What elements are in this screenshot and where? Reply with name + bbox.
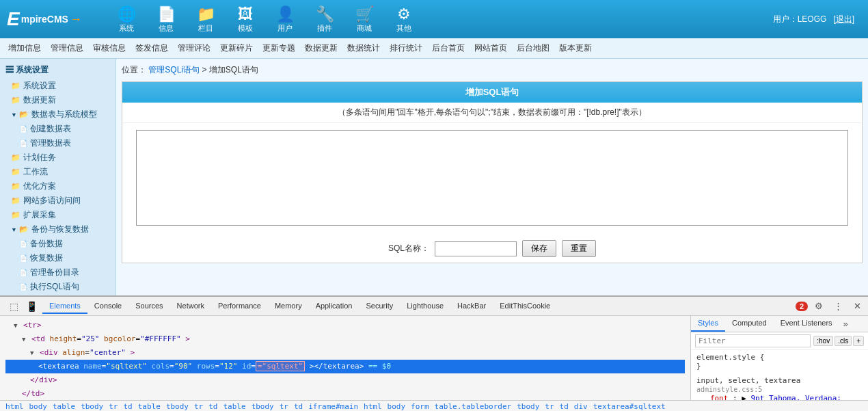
- nav-item-template[interactable]: 🖼 模板: [228, 3, 262, 36]
- sidebar-tab-styles[interactable]: Styles: [691, 316, 725, 332]
- breadcrumb-link[interactable]: 管理SQLi语句: [148, 65, 200, 75]
- nav-manage-info[interactable]: 管理信息: [48, 41, 86, 55]
- tab-application[interactable]: Application: [309, 299, 360, 314]
- sidebar-item-restore[interactable]: 📄 恢复数据: [0, 251, 116, 265]
- devtools-more-icon[interactable]: ⋮: [830, 298, 846, 315]
- bc-html[interactable]: html: [5, 402, 24, 411]
- bc-table3[interactable]: table: [223, 402, 246, 411]
- sidebar-item-optimize[interactable]: 📁 优化方案: [0, 179, 116, 194]
- bc-tbody3[interactable]: tbody: [252, 402, 274, 411]
- tab-memory[interactable]: Memory: [268, 299, 309, 314]
- tab-elements[interactable]: Elements: [42, 299, 87, 314]
- device-icon[interactable]: 📱: [23, 298, 40, 315]
- bc-html2[interactable]: html: [364, 402, 382, 411]
- sidebar-item-manage-backup-dir[interactable]: 📄 管理备份目录: [0, 265, 116, 280]
- nav-item-column[interactable]: 📁 栏目: [189, 3, 223, 36]
- bc-body2[interactable]: body: [388, 402, 406, 411]
- nav-version-update[interactable]: 版本更新: [556, 41, 595, 55]
- nav-item-shop[interactable]: 🛒 商城: [347, 3, 381, 36]
- sidebar-item-backup-restore[interactable]: 📂 备份与恢复数据: [0, 222, 116, 237]
- sidebar-more-tabs-icon[interactable]: »: [839, 316, 852, 332]
- dom-line[interactable]: <td height="25" bgcolor="#FFFFFF" >: [5, 332, 685, 346]
- nav-manage-comment[interactable]: 管理评论: [175, 41, 213, 55]
- filter-hov-button[interactable]: :hov: [813, 336, 833, 346]
- bc-form[interactable]: form: [411, 402, 429, 411]
- dom-line-highlighted[interactable]: <textarea name="sqltext" cols="90" rows=…: [5, 360, 685, 373]
- sql-name-input[interactable]: [435, 241, 517, 256]
- bc-tbody2[interactable]: tbody: [166, 402, 189, 411]
- nav-publish-info[interactable]: 签发信息: [133, 41, 171, 55]
- sidebar-label: 备份数据: [30, 238, 63, 250]
- dom-line[interactable]: </div>: [5, 373, 685, 387]
- bc-tr4[interactable]: tr: [545, 402, 554, 411]
- bc-table2[interactable]: table: [138, 402, 161, 411]
- nav-item-system[interactable]: 🌐 系统: [109, 3, 144, 36]
- tab-lighthouse[interactable]: Lighthouse: [400, 299, 450, 314]
- sidebar-item-multilang[interactable]: 📁 网站多语访问间: [0, 194, 116, 208]
- bc-td3[interactable]: td: [294, 402, 303, 411]
- nav-backend-map[interactable]: 后台地图: [514, 41, 552, 55]
- bc-td1[interactable]: td: [124, 402, 133, 411]
- sidebar-item-create-table[interactable]: 📄 创建数据表: [0, 122, 116, 136]
- sidebar-item-workflow[interactable]: 📁 工作流: [0, 165, 116, 179]
- nav-backend-home[interactable]: 后台首页: [429, 41, 467, 55]
- nav-item-other[interactable]: ⚙ 其他: [387, 3, 421, 36]
- nav-item-plugin[interactable]: 🔧 插件: [308, 3, 342, 36]
- save-button[interactable]: 保存: [522, 240, 556, 257]
- bc-textarea-sqltext[interactable]: textarea#sqltext: [593, 402, 666, 411]
- filter-cls-button[interactable]: .cls: [835, 336, 852, 346]
- nav-data-update[interactable]: 数据更新: [302, 41, 340, 55]
- tab-network[interactable]: Network: [170, 299, 211, 314]
- nav-item-info[interactable]: 📄 信息: [149, 3, 183, 36]
- sidebar-item-backup[interactable]: 📄 备份数据: [0, 237, 116, 251]
- nav-review-info[interactable]: 审核信息: [90, 41, 128, 55]
- sidebar-item-scheduled-tasks[interactable]: 📁 计划任务: [0, 150, 116, 165]
- inspect-icon[interactable]: ⬚: [5, 298, 22, 315]
- filter-input[interactable]: [695, 334, 811, 347]
- dom-line[interactable]: <div align="center" >: [5, 346, 685, 360]
- tab-performance[interactable]: Performance: [211, 299, 268, 314]
- logout-link[interactable]: [退出]: [833, 14, 854, 24]
- bc-tr3[interactable]: tr: [280, 402, 288, 411]
- tab-console[interactable]: Console: [87, 299, 128, 314]
- nav-update-topic[interactable]: 更新专题: [260, 41, 298, 55]
- bc-td4[interactable]: td: [560, 402, 569, 411]
- filter-add-button[interactable]: +: [853, 336, 864, 346]
- nav-site-home[interactable]: 网站首页: [472, 41, 510, 55]
- tab-security[interactable]: Security: [359, 299, 400, 314]
- error-badge: 2: [796, 302, 808, 311]
- sql-textarea[interactable]: [136, 130, 848, 226]
- sidebar-tab-computed[interactable]: Computed: [725, 316, 774, 332]
- bc-table1[interactable]: table: [53, 402, 75, 411]
- nav-rank-stats[interactable]: 排行统计: [387, 41, 425, 55]
- sidebar-item-execute-sql[interactable]: 📄 执行SQL语句: [0, 280, 116, 294]
- sidebar-item-system-settings[interactable]: 📁 系统设置: [0, 79, 116, 93]
- sidebar-item-extend-collect[interactable]: 📁 扩展采集: [0, 208, 116, 222]
- bc-tbody4[interactable]: tbody: [517, 402, 539, 411]
- bc-div[interactable]: div: [574, 402, 588, 411]
- devtools-close-icon[interactable]: ✕: [849, 298, 865, 315]
- nav-data-stats[interactable]: 数据统计: [344, 41, 383, 55]
- bc-td2[interactable]: td: [208, 402, 217, 411]
- sidebar-label: 优化方案: [23, 181, 56, 192]
- bc-body[interactable]: body: [29, 402, 48, 411]
- tab-sources[interactable]: Sources: [128, 299, 169, 314]
- sidebar-item-data-model[interactable]: 📂 数据表与系统模型: [0, 107, 116, 122]
- bc-tr2[interactable]: tr: [194, 402, 203, 411]
- sidebar-item-manage-table[interactable]: 📄 管理数据表: [0, 136, 116, 150]
- sidebar-tab-event-listeners[interactable]: Event Listeners: [774, 316, 839, 332]
- sidebar-item-data-update[interactable]: 📁 数据更新: [0, 93, 116, 107]
- nav-update-snippet[interactable]: 更新碎片: [217, 41, 256, 55]
- bc-tbody1[interactable]: tbody: [81, 402, 103, 411]
- bc-table-tableborder[interactable]: table.tableborder: [435, 402, 512, 411]
- bc-tr1[interactable]: tr: [109, 402, 118, 411]
- dom-line[interactable]: </td>: [5, 387, 685, 400]
- tab-hackbar[interactable]: HackBar: [450, 299, 493, 314]
- dom-line[interactable]: <tr>: [5, 319, 685, 332]
- devtools-gear-icon[interactable]: ⚙: [811, 298, 827, 315]
- nav-add-info[interactable]: 增加信息: [5, 41, 44, 55]
- nav-item-user[interactable]: 👤 用户: [268, 3, 302, 36]
- tab-editthiscookie[interactable]: EditThisCookie: [493, 299, 557, 314]
- bc-iframe[interactable]: iframe#main: [308, 402, 358, 411]
- reset-button[interactable]: 重置: [562, 240, 596, 257]
